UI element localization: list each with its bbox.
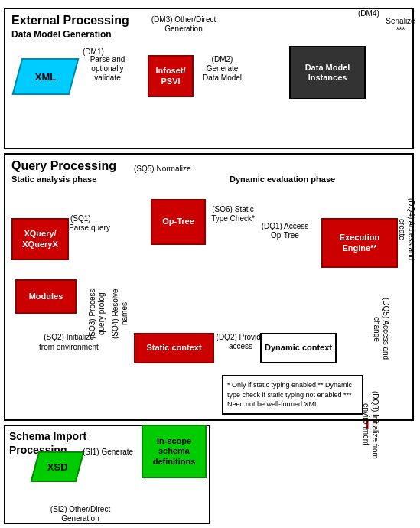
- xsd-shape: XSD: [34, 451, 80, 482]
- data-model-box: Data Model Instances: [289, 46, 366, 99]
- dq2-label: (DQ2) Provide access: [216, 333, 265, 351]
- dq3-label: (DQ3) Initialize from environment: [364, 390, 379, 459]
- serialize-label: Serialize ***: [381, 17, 420, 35]
- schema-title-line1: Schema Import: [9, 430, 86, 442]
- dynamic-context-box: Dynamic context: [260, 333, 337, 363]
- xml-label: XML: [35, 71, 56, 83]
- sq6-label: (SQ6) Static Type Check*: [208, 205, 258, 223]
- query-title: Query Processing: [11, 159, 116, 173]
- xsd-label: XSD: [47, 461, 68, 473]
- modules-box: Modules: [15, 279, 77, 314]
- dq4-label: (DQ4) Access and create: [400, 191, 415, 268]
- in-scope-box: In-scope schema definitions: [142, 425, 207, 478]
- sq2-label: (SQ2) Initialize: [23, 333, 115, 342]
- parse-query-label: Parse query: [69, 223, 110, 233]
- static-context-box: Static context: [134, 333, 214, 363]
- sq1-label: (SQ1): [70, 214, 91, 223]
- parse-validate-label: Parse and optionally validate: [79, 55, 136, 83]
- dq5-label: (DQ5) Access and change: [375, 295, 390, 363]
- diagram: External Processing Data Model Generatio…: [0, 0, 420, 528]
- xml-shape: XML: [17, 58, 74, 95]
- external-title: External Processing: [11, 14, 129, 28]
- note-box: * Only if static typing enabled ** Dynam…: [222, 375, 363, 415]
- dynamic-phase-title: Dynamic evaluation phase: [230, 174, 335, 184]
- execution-engine-box: Execution Engine**: [321, 218, 398, 268]
- si2-label: (SI2) Other/Direct Generation: [31, 505, 130, 523]
- infoset-box: Infoset/ PSVI: [148, 55, 194, 97]
- dm3-label: (DM3) Other/Direct Generation: [134, 15, 233, 34]
- dm4-label: (DM4): [358, 9, 379, 18]
- si1-label: (SI1) Generate: [83, 448, 133, 457]
- dm2-label: (DM2) Generate Data Model: [197, 55, 247, 83]
- from-env-label: from environment: [23, 343, 115, 352]
- op-tree-box: Op-Tree: [151, 199, 206, 245]
- sq5-label: (SQ5) Normalize: [134, 165, 190, 174]
- static-phase-title: Static analysis phase: [11, 174, 96, 184]
- xquery-box: XQuery/ XQueryX: [11, 218, 69, 260]
- dq1-label: (DQ1) Access Op-Tree: [260, 222, 310, 240]
- external-subtitle: Data Model Generation: [11, 29, 112, 40]
